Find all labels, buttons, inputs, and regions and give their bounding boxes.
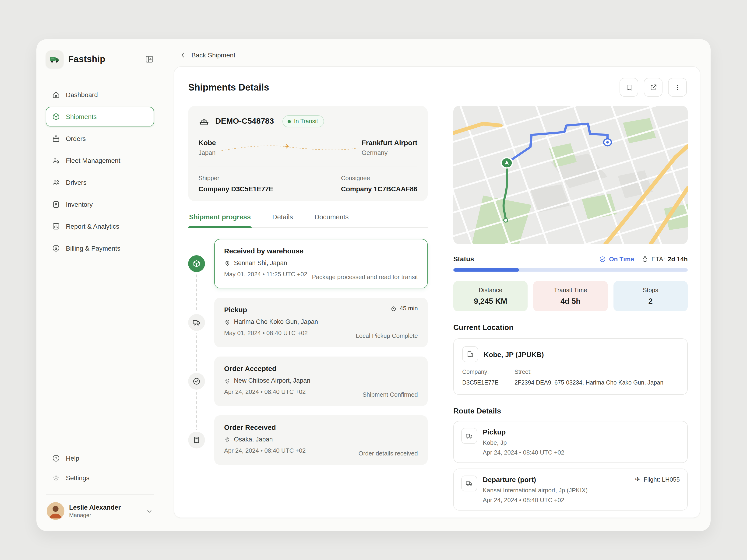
timeline-card-pickup: Pickup 45 min Harima Cho Koko Gun, Japan bbox=[214, 298, 428, 347]
truck-icon bbox=[188, 314, 205, 331]
shipper-value: Company D3C5E1E77E bbox=[199, 185, 273, 193]
route-stop-location: Kansai International airport, Jp (JPKIX) bbox=[483, 487, 680, 494]
parties-row: Shipper Company D3C5E1E77E Consignee Com… bbox=[199, 175, 417, 193]
timeline-location: Osaka, Japan bbox=[234, 436, 273, 443]
sidebar-item-dashboard[interactable]: Dashboard bbox=[46, 85, 154, 105]
consignee-value: Company 1C7BCAAF86 bbox=[341, 185, 417, 193]
street-block: Street: 2F2394 DEA9, 675-03234, Harima C… bbox=[515, 369, 664, 387]
status-label: Status bbox=[453, 255, 474, 263]
stopwatch-icon bbox=[642, 256, 648, 263]
detail-tabs: Shipment progress Details Documents bbox=[188, 213, 428, 228]
avatar bbox=[47, 502, 65, 520]
duration-value: 45 min bbox=[400, 305, 418, 312]
current-location-details: Company: D3C5E1E77E Street: 2F2394 DEA9,… bbox=[462, 369, 679, 387]
destination-marker bbox=[604, 139, 611, 146]
current-position-marker bbox=[501, 158, 512, 168]
back-label: Back Shipment bbox=[191, 51, 235, 59]
timeline-location-row: Harima Cho Koko Gun, Japan bbox=[224, 318, 418, 325]
sidebar-item-shipments[interactable]: Shipments bbox=[46, 107, 154, 127]
origin-city: Kobe bbox=[199, 139, 216, 146]
timeline-item: Pickup 45 min Harima Cho Koko Gun, Japan bbox=[188, 298, 428, 347]
check-circle-icon bbox=[188, 373, 205, 390]
stat-distance: Distance 9,245 KM bbox=[453, 281, 528, 311]
stage: Fastship Dashboard bbox=[0, 0, 747, 560]
tab-documents[interactable]: Documents bbox=[313, 213, 350, 227]
on-time-indicator: On Time bbox=[599, 256, 634, 263]
more-options-button[interactable] bbox=[668, 78, 687, 97]
stat-value: 2 bbox=[618, 297, 683, 306]
timeline-item: Received by warehouse Sennan Shi, Japan … bbox=[188, 239, 428, 288]
current-location-title: Kobe, JP (JPUKB) bbox=[484, 350, 544, 358]
current-location-card: Kobe, JP (JPUKB) Company: D3C5E1E77E Str… bbox=[453, 338, 688, 395]
timeline-location-row: Sennan Shi, Japan bbox=[224, 260, 418, 266]
eta-label: ETA: bbox=[651, 256, 665, 263]
sidebar-collapse-icon[interactable] bbox=[145, 55, 154, 64]
fleet-icon bbox=[52, 156, 60, 165]
origin-location: Kobe Japan bbox=[199, 139, 216, 156]
stat-label: Transit Time bbox=[538, 287, 603, 294]
sidebar-footer: Help Settings Leslie Alexander Manager bbox=[46, 449, 154, 522]
timeline-item: Order Accepted New Chitose Airport, Japa… bbox=[188, 356, 428, 406]
stopwatch-icon bbox=[390, 305, 397, 312]
stat-label: Distance bbox=[458, 287, 523, 294]
summary-divider bbox=[199, 167, 417, 167]
inventory-icon bbox=[52, 200, 60, 209]
timeline-location-row: New Chitose Airport, Japan bbox=[224, 377, 418, 384]
current-location-title-row: Kobe, JP (JPUKB) bbox=[462, 346, 679, 362]
tab-shipment-progress[interactable]: Shipment progress bbox=[188, 213, 252, 227]
on-time-label: On Time bbox=[609, 256, 634, 263]
shipment-summary: DEMO-C548783 In Transit Kobe Japan bbox=[188, 106, 428, 201]
stat-label: Stops bbox=[618, 287, 683, 294]
sidebar-divider bbox=[46, 494, 154, 495]
sidebar-item-help[interactable]: Help bbox=[46, 449, 154, 468]
company-label: Company: bbox=[462, 369, 515, 375]
truck-icon bbox=[461, 428, 477, 444]
share-button[interactable] bbox=[644, 78, 663, 97]
user-role: Manager bbox=[69, 512, 121, 518]
sidebar-item-inventory[interactable]: Inventory bbox=[46, 195, 154, 214]
timeline-note: Order details received bbox=[359, 450, 418, 457]
flight-path-illustration: ✈ bbox=[221, 139, 357, 156]
timeline-location-row: Osaka, Japan bbox=[224, 436, 418, 443]
stat-transit-time: Transit Time 4d 5h bbox=[534, 281, 608, 311]
sidebar-item-billing-payments[interactable]: Billing & Payments bbox=[46, 238, 154, 258]
map-pin-icon bbox=[224, 260, 231, 266]
logo-row: Fastship bbox=[46, 50, 154, 68]
app-name: Fastship bbox=[68, 54, 105, 64]
sidebar-item-drivers[interactable]: Drivers bbox=[46, 173, 154, 192]
sidebar-item-label: Report & Analytics bbox=[66, 222, 119, 230]
sidebar-item-orders[interactable]: Orders bbox=[46, 129, 154, 149]
tab-details[interactable]: Details bbox=[271, 213, 294, 227]
consignee-label: Consignee bbox=[341, 175, 417, 182]
page-title: Shipments Details bbox=[188, 82, 269, 92]
card-header: Shipments Details bbox=[174, 67, 700, 106]
timeline-note: Package processed and read for transit bbox=[312, 273, 418, 281]
user-menu[interactable]: Leslie Alexander Manager bbox=[46, 500, 154, 522]
sidebar-item-settings[interactable]: Settings bbox=[46, 468, 154, 488]
route-overview: Kobe Japan ✈ Fran bbox=[199, 139, 417, 156]
sidebar-item-fleet-management[interactable]: Fleet Management bbox=[46, 151, 154, 170]
route-stop-title: Departure (port) bbox=[483, 476, 536, 483]
route-stop-datetime: Apr 24, 2024 • 08:40 UTC +02 bbox=[483, 497, 680, 504]
company-value: D3C5E1E77E bbox=[462, 379, 515, 387]
timeline-duration: 45 min bbox=[390, 305, 418, 312]
route-stop-pickup: Pickup Kobe, Jp Apr 24, 2024 • 08:40 UTC… bbox=[453, 421, 688, 463]
sidebar-item-report-analytics[interactable]: Report & Analytics bbox=[46, 216, 154, 236]
back-navigation[interactable]: Back Shipment bbox=[179, 51, 700, 59]
flight-indicator: ✈ Flight: LH055 bbox=[635, 476, 680, 483]
flight-number: Flight: LH055 bbox=[644, 476, 680, 483]
report-analytics-icon bbox=[52, 222, 60, 231]
sidebar-item-label: Billing & Payments bbox=[66, 244, 120, 252]
origin-country: Japan bbox=[199, 149, 216, 156]
shipment-details-card: Shipments Details bbox=[174, 66, 700, 518]
consignee-block: Consignee Company 1C7BCAAF86 bbox=[341, 175, 417, 193]
timeline-card-received-warehouse: Received by warehouse Sennan Shi, Japan … bbox=[214, 239, 428, 288]
timeline-card-order-received: Order Received Osaka, Japan Apr 24, 2024… bbox=[214, 415, 428, 465]
route-map[interactable] bbox=[453, 106, 688, 244]
shipment-id-row: DEMO-C548783 In Transit bbox=[199, 115, 417, 127]
app-logo bbox=[46, 50, 63, 68]
sidebar: Fastship Dashboard bbox=[36, 39, 162, 531]
sidebar-item-label: Shipments bbox=[66, 113, 97, 121]
timeline-title: Received by warehouse bbox=[224, 247, 418, 255]
bookmark-button[interactable] bbox=[620, 78, 638, 97]
